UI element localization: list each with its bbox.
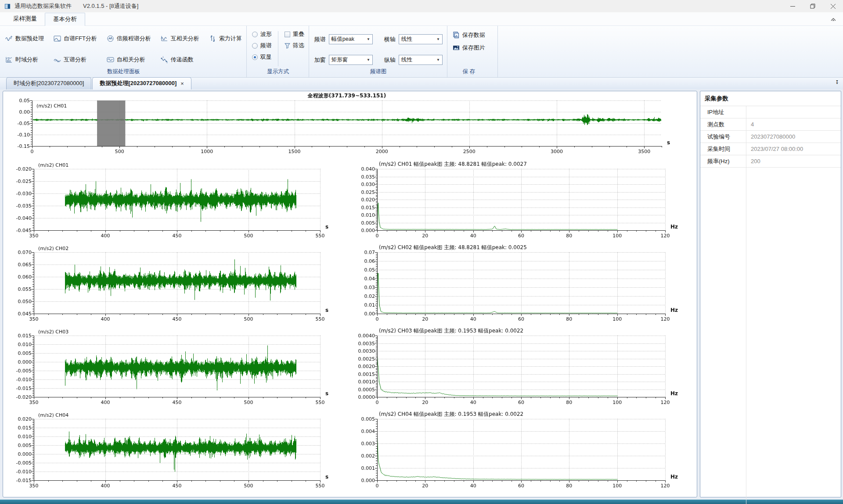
restore-button[interactable] [803,0,823,12]
overview-waveform-chart[interactable] [4,92,696,158]
title-bar: 通用动态数据采集软件 V2.0.1.5 - [8通道设备] [0,0,843,12]
window-function-field: 加窗 矩形窗▼ [314,53,373,67]
cross-correlation-button[interactable]: 互相关分析 [161,31,199,46]
checkbox-icon [285,32,290,37]
octave-spectrum-button[interactable]: 倍频程谱分析 [107,31,151,46]
app-icon [4,3,11,10]
radio-dual-display[interactable]: 双显 [252,53,272,61]
cross-correlation-icon [161,35,168,42]
group-save: 保存数据 保存图片 保 存 [447,26,497,77]
cross-spectrum-button[interactable]: 互谱分析 [54,52,97,67]
group-display-mode: 波形 频谱 双显 重叠 筛选 显示方式 [246,26,309,77]
acquisition-params-panel: 采集参数 IP地址 测点数 4 试验编号 20230727080000 采集时间… [700,91,841,497]
filter-button[interactable]: 筛选 [285,42,304,50]
window-version: V2.0.1.5 - [8通道设备] [83,2,138,10]
document-tab-bar: 时域分析[20230727080000] 数据预处理[2023072708000… [0,78,843,89]
save-image-icon [453,44,460,51]
svg-text:1: 1 [162,56,164,58]
ch01-spectrum-chart [352,159,694,243]
ch02-spectrum-chart [352,243,694,326]
signal-wave-icon [5,35,13,42]
radio-spectrum[interactable]: 频谱 [252,42,272,50]
autocorrelation-button[interactable]: 自相关分析 [107,52,151,67]
chevron-up-icon [831,18,836,21]
chevron-down-icon: ▼ [367,58,370,62]
spectrum-type-select[interactable]: 幅值peak▼ [329,34,373,44]
param-row-test-id: 试验编号 20230727080000 [700,130,841,143]
autocorrelation-icon [107,56,114,63]
ch03-spectrum-chart [352,326,694,409]
ch04-spectrum-chart [352,409,694,493]
chevron-down-icon: ▼ [367,37,370,41]
window-function-select[interactable]: 矩形窗▼ [329,55,373,65]
ch01-time-chart [4,159,352,243]
save-data-icon [453,32,460,39]
tab-basic-analysis[interactable]: 基本分析 [45,13,85,26]
ribbon-tab-bar: 采样测量 基本分析 [0,12,843,26]
cable-force-button[interactable]: 索力计算 [209,31,242,46]
radio-icon [252,43,258,49]
radio-waveform[interactable]: 波形 [252,30,272,38]
param-row-ip: IP地址 [700,106,841,118]
group-label-display-mode: 显示方式 [252,67,304,77]
group-label-spectrum: 频谱图 [314,67,443,77]
x-axis-scale-field: 横轴 线性▼ [384,32,443,46]
ch02-time-chart [4,243,352,326]
save-data-button[interactable]: 保存数据 [453,31,485,39]
overlay-checkbox[interactable]: 重叠 [285,30,304,38]
tab-sampling-measure[interactable]: 采样测量 [5,13,45,25]
y-axis-scale-select[interactable]: 线性▼ [399,55,443,65]
ch04-time-chart [4,409,352,493]
radio-icon [252,54,258,60]
doc-tab-preprocess[interactable]: 数据预处理[20230727080000] × [92,77,191,89]
param-row-point-count: 测点数 4 [700,118,841,130]
ribbon-collapse-button[interactable] [829,15,838,24]
param-row-acquisition-time: 采集时间 2023/07/27 08:00:00 [700,143,841,155]
transfer-function-button[interactable]: 15 传递函数 [161,52,199,67]
ribbon: 数据预处理 自谱FFT分析 倍频程谱分析 互相关分析 索力计算 时域分析 [0,26,843,78]
cross-spectrum-icon [54,56,61,63]
chart-panel [3,91,697,497]
params-title: 采集参数 [700,91,841,106]
cable-force-icon [209,35,216,42]
svg-text:5: 5 [166,61,168,63]
preprocess-button[interactable]: 数据预处理 [5,31,44,46]
group-data-processing: 数据预处理 自谱FFT分析 倍频程谱分析 互相关分析 索力计算 时域分析 [0,26,246,77]
chevron-down-icon: ▼ [436,37,440,41]
window-title: 通用动态数据采集软件 [14,2,72,10]
tabs-overflow-icon[interactable]: ▼▼ [836,80,839,84]
y-axis-scale-field: 纵轴 线性▼ [384,53,443,67]
ch03-time-chart [4,326,352,409]
save-image-button[interactable]: 保存图片 [453,44,485,52]
tab-close-icon[interactable]: × [180,80,184,87]
close-button[interactable] [823,0,843,12]
time-domain-button[interactable]: 时域分析 [5,52,44,67]
octave-spectrum-icon [107,35,114,42]
x-axis-scale-select[interactable]: 线性▼ [399,34,443,44]
fft-curve-icon [54,35,61,42]
main-content: 采集参数 IP地址 测点数 4 试验编号 20230727080000 采集时间… [0,89,843,497]
group-spectrum-settings: 频谱 幅值peak▼ 横轴 线性▼ 加窗 矩形窗▼ 纵轴 线性▼ 频谱图 [309,26,447,77]
radio-icon [252,32,258,37]
chevron-down-icon: ▼ [436,58,440,62]
spectrum-type-field: 频谱 幅值peak▼ [314,32,373,46]
group-label-data-processing: 数据处理面板 [5,67,242,77]
param-row-frequency: 频率(Hz) 200 [700,155,841,167]
doc-tab-time-analysis[interactable]: 时域分析[20230727080000] [6,77,91,89]
transfer-function-icon: 15 [161,56,168,63]
funnel-icon [285,43,290,49]
minimize-button[interactable] [782,0,803,12]
group-label-save: 保 存 [453,67,485,77]
auto-spectrum-fft-button[interactable]: 自谱FFT分析 [54,31,97,46]
time-domain-bars-icon [5,56,13,63]
